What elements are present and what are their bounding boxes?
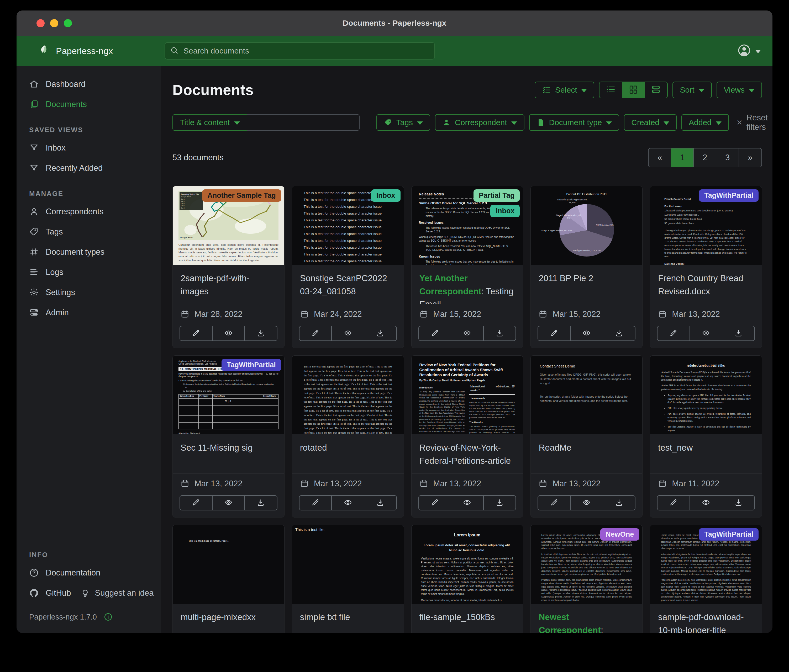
sidebar-item-correspondents[interactable]: Correspondents — [16, 201, 161, 221]
tag-chip[interactable]: TagWithPartial — [699, 189, 759, 202]
tag-chip[interactable]: Another Sample Tag — [202, 189, 281, 202]
minimize-window-button[interactable] — [50, 19, 58, 27]
document-title[interactable]: Sec 11-Missing sig — [180, 443, 253, 452]
sidebar-item-settings[interactable]: Settings — [16, 282, 161, 303]
download-document-button[interactable] — [484, 326, 516, 341]
document-thumbnail[interactable]: Lorem ipsum dolor sit amet, consectetur … — [650, 525, 762, 604]
zoom-window-button[interactable] — [64, 19, 72, 27]
document-title[interactable]: 2sample-pdf-with-images — [180, 273, 249, 296]
user-menu[interactable] — [737, 43, 761, 58]
edit-document-button[interactable] — [180, 326, 212, 341]
document-thumbnail[interactable]: Application for Medical Staff MembersGoo… — [173, 356, 284, 434]
filter-tags-button[interactable]: Tags — [376, 114, 430, 131]
download-document-button[interactable] — [245, 326, 277, 341]
tag-chip[interactable]: Inbox — [490, 205, 520, 217]
download-document-button[interactable] — [722, 326, 754, 341]
edit-document-button[interactable] — [419, 496, 452, 510]
edit-document-button[interactable] — [538, 496, 571, 510]
tag-chip[interactable]: TagWithPartial — [699, 528, 759, 541]
document-thumbnail[interactable]: Patient BP Distribution 2011Isolated Sys… — [531, 186, 642, 265]
edit-document-button[interactable] — [658, 326, 690, 341]
document-thumbnail[interactable]: Boundary Waters Tripby kayak MN/CADay 1D… — [173, 186, 284, 265]
document-title[interactable]: simple txt file — [300, 612, 350, 622]
document-thumbnail[interactable]: Lorem ipsumLorem ipsum dolor sit amet, c… — [412, 525, 523, 604]
tag-chip[interactable]: Partial Tag — [473, 189, 520, 202]
edit-document-button[interactable] — [180, 496, 212, 510]
view-document-button[interactable] — [332, 496, 364, 510]
document-title[interactable]: sample-pdf-download-10-mb-longer-title — [658, 612, 744, 633]
document-thumbnail[interactable]: Review of New York Federal Petitions for… — [412, 356, 523, 434]
close-window-button[interactable] — [37, 19, 45, 27]
document-title[interactable]: ReadMe — [538, 443, 572, 452]
views-dropdown-button[interactable]: Views — [717, 81, 762, 98]
download-document-button[interactable] — [484, 496, 516, 510]
filter-added-button[interactable]: Added — [681, 114, 729, 131]
filter-created-button[interactable]: Created — [624, 114, 677, 131]
view-document-button[interactable] — [451, 326, 484, 341]
document-correspondent-link[interactable]: Yet Another Correspondent — [419, 273, 482, 296]
list-view-button[interactable] — [599, 82, 622, 98]
document-title[interactable]: file-sample_150kBs — [419, 612, 495, 622]
pagination-page-3[interactable]: 3 — [716, 148, 739, 167]
download-document-button[interactable] — [364, 496, 396, 510]
sidebar-item-suggest-idea[interactable]: Suggest an idea — [73, 583, 156, 603]
sidebar-item-dashboard[interactable]: Dashboard — [16, 74, 161, 94]
document-title[interactable]: Review-of-New-York-Federal-Petitions-art… — [419, 443, 511, 466]
document-thumbnail[interactable]: This is the text that appears on the fir… — [292, 356, 404, 434]
document-correspondent-link[interactable]: Newest Correspondent — [538, 612, 601, 633]
view-document-button[interactable] — [571, 326, 603, 341]
sidebar-item-github[interactable]: GitHub — [16, 583, 73, 603]
tag-chip[interactable]: TagWithPartial — [222, 359, 281, 371]
document-thumbnail[interactable]: Contact Sheet DemoGiven a set of image f… — [531, 356, 642, 434]
reset-filters-button[interactable]: × Reset filters — [737, 113, 768, 132]
document-title[interactable]: multi-page-mixedxx — [180, 612, 256, 622]
view-document-button[interactable] — [690, 326, 723, 341]
view-document-button[interactable] — [451, 496, 484, 510]
sidebar-item-logs[interactable]: Logs — [16, 262, 161, 282]
document-thumbnail[interactable]: Release NotesSimba ODBC Driver for SQL S… — [412, 186, 523, 265]
edit-document-button[interactable] — [538, 326, 571, 341]
sidebar-item-recently-added[interactable]: Recently Added — [16, 158, 161, 178]
filter-text-input[interactable] — [247, 114, 359, 131]
document-thumbnail[interactable]: This is a test for the double space char… — [292, 186, 404, 265]
sidebar-item-admin[interactable]: Admin — [16, 303, 161, 323]
pagination-page-1[interactable]: 1 — [671, 148, 694, 167]
document-thumbnail[interactable]: This is a test file. — [292, 525, 404, 604]
edit-document-button[interactable] — [419, 326, 452, 341]
search-input[interactable] — [183, 46, 430, 56]
select-dropdown-button[interactable]: Select — [535, 81, 594, 98]
view-document-button[interactable] — [332, 326, 364, 341]
edit-document-button[interactable] — [299, 326, 332, 341]
document-thumbnail[interactable]: Adobe Acrobat PDF FilesAdobe® Portable D… — [650, 356, 762, 434]
document-title[interactable]: French Country Bread Revised.docx — [658, 273, 743, 296]
document-title[interactable]: 2011 BP Pie 2 — [538, 273, 593, 283]
pagination-page-2[interactable]: 2 — [694, 148, 716, 167]
sidebar-item-document-types[interactable]: Document types — [16, 242, 161, 262]
app-logo[interactable]: Paperless-ngx — [38, 44, 113, 58]
info-icon[interactable] — [104, 613, 113, 621]
edit-document-button[interactable] — [299, 496, 332, 510]
download-document-button[interactable] — [245, 496, 277, 510]
document-title[interactable]: Sonstige ScanPC2022 03-24_081058 — [300, 273, 387, 296]
tag-chip[interactable]: Inbox — [371, 189, 401, 202]
grid-view-button[interactable] — [622, 82, 645, 98]
detail-view-button[interactable] — [645, 82, 667, 98]
document-thumbnail[interactable]: French Country BreadFor the Leaven1 heap… — [650, 186, 762, 265]
view-document-button[interactable] — [690, 496, 723, 510]
download-document-button[interactable] — [603, 496, 635, 510]
tag-chip[interactable]: NewOne — [600, 528, 639, 541]
view-document-button[interactable] — [212, 326, 245, 341]
download-document-button[interactable] — [722, 496, 754, 510]
sidebar-item-documents[interactable]: Documents — [16, 94, 161, 115]
sidebar-item-documentation[interactable]: Documentation — [16, 563, 161, 583]
sidebar-item-tags[interactable]: Tags — [16, 221, 161, 242]
document-thumbnail[interactable]: This is a multi page document. Page 1. — [173, 525, 284, 604]
sidebar-item-inbox[interactable]: Inbox — [16, 138, 161, 158]
download-document-button[interactable] — [603, 326, 635, 341]
pagination-next[interactable]: » — [739, 148, 762, 167]
edit-document-button[interactable] — [658, 496, 690, 510]
filter-correspondent-button[interactable]: Correspondent — [435, 114, 524, 131]
download-document-button[interactable] — [364, 326, 396, 341]
filter-field-dropdown[interactable]: Title & content — [172, 114, 247, 131]
filter-document-type-button[interactable]: Document type — [529, 114, 620, 131]
